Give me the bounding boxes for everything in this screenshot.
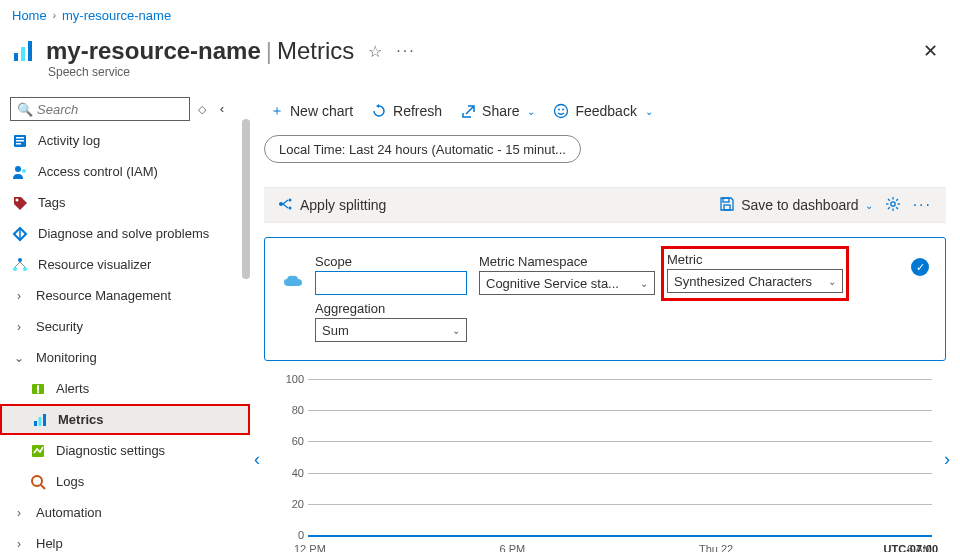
aggregation-value: Sum: [322, 323, 349, 338]
svg-point-23: [555, 105, 568, 118]
service-type-label: Speech service: [0, 65, 960, 89]
chart-more-icon[interactable]: ···: [913, 196, 932, 214]
svg-rect-32: [724, 205, 730, 210]
chart-prev-icon[interactable]: ‹: [254, 449, 260, 470]
sidebar-group-help[interactable]: › Help: [0, 528, 250, 553]
favorite-star-icon[interactable]: ☆: [368, 42, 382, 61]
chart-plot-area: 100 80 60 40 20 0: [278, 379, 932, 535]
svg-line-28: [283, 204, 288, 208]
svg-rect-0: [14, 53, 18, 61]
svg-point-13: [23, 267, 27, 271]
diagnose-icon: [12, 226, 28, 242]
breadcrumb-home[interactable]: Home: [12, 8, 47, 23]
svg-line-14: [15, 262, 20, 267]
search-icon: 🔍: [17, 102, 33, 117]
new-chart-button[interactable]: ＋ New chart: [264, 98, 359, 124]
x-axis: 12 PM 6 PM Thu 22 6 AM: [294, 543, 932, 552]
confirm-check-icon[interactable]: ✓: [911, 258, 929, 276]
x-tick: 12 PM: [294, 543, 326, 552]
svg-point-21: [32, 476, 42, 486]
sidebar-item-label: Alerts: [56, 381, 89, 396]
sidebar-group-label: Resource Management: [36, 288, 171, 303]
page-header: my-resource-name | Metrics ☆ ··· ✕: [0, 31, 960, 69]
metric-label: Metric: [667, 252, 843, 267]
save-dashboard-button[interactable]: Save to dashboard ⌄: [719, 196, 873, 215]
aggregation-dropdown[interactable]: Sum ⌄: [315, 318, 467, 342]
y-tick: 40: [278, 467, 304, 479]
sidebar-item-diagnostic-settings[interactable]: Diagnostic settings: [0, 435, 250, 466]
save-icon: [719, 196, 735, 215]
close-icon[interactable]: ✕: [923, 40, 938, 62]
svg-rect-31: [723, 198, 729, 202]
gridline: [308, 441, 932, 442]
aggregation-label: Aggregation: [315, 301, 467, 316]
sidebar-group-security[interactable]: › Security: [0, 311, 250, 342]
cmd-label: Feedback: [575, 103, 636, 119]
svg-point-8: [22, 169, 26, 173]
namespace-dropdown[interactable]: Cognitive Service sta... ⌄: [479, 271, 655, 295]
chart-next-icon[interactable]: ›: [944, 449, 950, 470]
cmd-label: New chart: [290, 103, 353, 119]
sidebar-group-monitoring[interactable]: ⌄ Monitoring: [0, 342, 250, 373]
sidebar-group-label: Security: [36, 319, 83, 334]
svg-rect-17: [34, 421, 37, 426]
svg-point-26: [279, 202, 283, 206]
svg-point-30: [289, 206, 292, 209]
visualizer-icon: [12, 257, 28, 273]
cloud-icon: [283, 274, 303, 291]
sidebar-item-alerts[interactable]: Alerts: [0, 373, 250, 404]
sidebar-scrollbar-thumb[interactable]: [242, 119, 250, 279]
svg-point-9: [16, 198, 19, 201]
sidebar-item-tags[interactable]: Tags: [0, 187, 250, 218]
sidebar-item-access-control[interactable]: Access control (IAM): [0, 156, 250, 187]
metric-dropdown[interactable]: Synthesized Characters ⌄: [667, 269, 843, 293]
gridline: [308, 473, 932, 474]
chevron-down-icon: ⌄: [865, 200, 873, 211]
svg-line-41: [896, 199, 898, 201]
settings-icon[interactable]: [885, 196, 901, 215]
scope-dropdown[interactable]: [315, 271, 467, 295]
sidebar-item-diagnose[interactable]: Diagnose and solve problems: [0, 218, 250, 249]
breadcrumb-resource[interactable]: my-resource-name: [62, 8, 171, 23]
sidebar-item-label: Access control (IAM): [38, 164, 158, 179]
command-bar: ＋ New chart Refresh Share ⌄ Feedback ⌄: [264, 93, 946, 129]
feedback-button[interactable]: Feedback ⌄: [547, 99, 658, 123]
refresh-button[interactable]: Refresh: [365, 99, 448, 123]
apply-splitting-button[interactable]: Apply splitting: [278, 196, 386, 215]
more-icon[interactable]: ···: [396, 42, 415, 60]
gridline: [308, 504, 932, 505]
share-button[interactable]: Share ⌄: [454, 99, 541, 123]
chevron-down-icon: ⌄: [527, 106, 535, 117]
sidebar-item-label: Tags: [38, 195, 65, 210]
sidebar-group-label: Automation: [36, 505, 102, 520]
svg-point-29: [289, 198, 292, 201]
sidebar-scrollbar[interactable]: [242, 119, 250, 552]
svg-line-22: [41, 485, 45, 489]
sidebar-item-activity-log[interactable]: Activity log: [0, 125, 250, 156]
collapse-toggle-icon[interactable]: ◇: [198, 103, 206, 116]
sidebar-item-label: Logs: [56, 474, 84, 489]
y-tick: 80: [278, 404, 304, 416]
tags-icon: [12, 195, 28, 211]
chart-toolbar: Apply splitting Save to dashboard ⌄ ···: [264, 187, 946, 223]
time-range-selector[interactable]: Local Time: Last 24 hours (Automatic - 1…: [264, 135, 581, 163]
search-input[interactable]: [37, 102, 183, 117]
page-title: my-resource-name: [46, 37, 261, 65]
sidebar-item-label: Activity log: [38, 133, 100, 148]
breadcrumb: Home › my-resource-name: [0, 0, 960, 31]
sidebar-item-logs[interactable]: Logs: [0, 466, 250, 497]
y-tick: 0: [278, 529, 304, 541]
sidebar-group-resource-management[interactable]: › Resource Management: [0, 280, 250, 311]
namespace-label: Metric Namespace: [479, 254, 655, 269]
gridline: [308, 410, 932, 411]
x-tick: Thu 22: [699, 543, 733, 552]
svg-rect-19: [43, 414, 46, 426]
svg-line-38: [888, 199, 890, 201]
sidebar-group-automation[interactable]: › Automation: [0, 497, 250, 528]
sidebar-search[interactable]: 🔍: [10, 97, 190, 121]
y-tick: 60: [278, 435, 304, 447]
cmd-label: Refresh: [393, 103, 442, 119]
sidebar-item-metrics[interactable]: Metrics: [0, 404, 250, 435]
svg-rect-2: [28, 41, 32, 61]
sidebar-item-visualizer[interactable]: Resource visualizer: [0, 249, 250, 280]
